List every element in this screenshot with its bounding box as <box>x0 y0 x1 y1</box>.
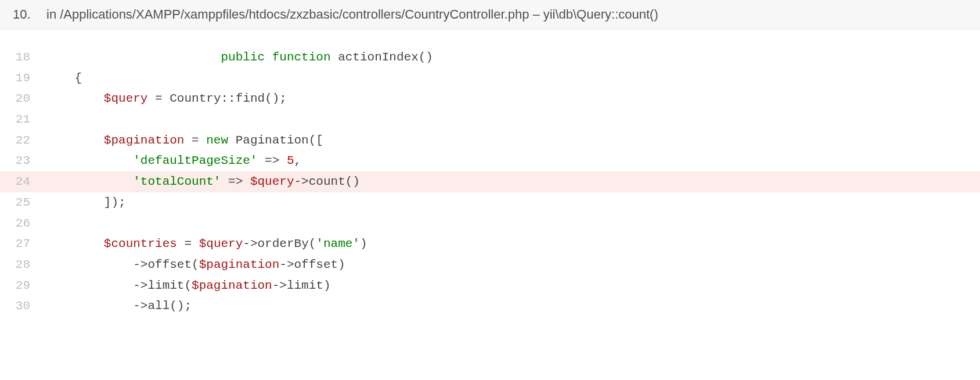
code-line: 26 <box>0 213 980 234</box>
frame-number: 10. <box>12 7 46 22</box>
code-source: $pagination = new Pagination([ <box>45 130 980 151</box>
code-source: ->all(); <box>45 296 980 317</box>
code-line: 24 'totalCount' => $query->count() <box>0 171 980 192</box>
line-number: 25 <box>0 192 45 213</box>
line-number: 30 <box>0 296 45 317</box>
code-line: 18 public function actionIndex() <box>0 47 980 68</box>
code-source: $countries = $query->orderBy('name') <box>45 234 980 254</box>
line-number: 19 <box>0 68 45 89</box>
code-line: 21 <box>0 109 980 130</box>
code-line: 30 ->all(); <box>0 296 980 317</box>
code-source: public function actionIndex() <box>45 47 980 68</box>
code-line: 29 ->limit($pagination->limit) <box>0 275 980 296</box>
code-source: ->limit($pagination->limit) <box>45 275 980 296</box>
line-number: 20 <box>0 88 45 109</box>
line-number: 22 <box>0 130 45 151</box>
code-block: 18 public function actionIndex()19 {20 $… <box>0 30 980 334</box>
line-number: 24 <box>0 171 45 192</box>
line-number: 26 <box>0 213 45 234</box>
line-number: 23 <box>0 150 45 171</box>
frame-filepath: /Applications/XAMPP/xamppfiles/htdocs/zx… <box>60 7 529 22</box>
code-line: 28 ->offset($pagination->offset) <box>0 254 980 275</box>
line-number: 21 <box>0 109 45 130</box>
code-source: $query = Country::find(); <box>45 88 980 109</box>
code-source: 'totalCount' => $query->count() <box>45 171 980 192</box>
code-source <box>45 213 980 234</box>
frame-method: yii\db\Query::count() <box>543 7 658 22</box>
code-source: 'defaultPageSize' => 5, <box>45 150 980 171</box>
code-line: 25 ]); <box>0 192 980 213</box>
code-source <box>45 109 980 130</box>
line-number: 18 <box>0 47 45 68</box>
code-line: 20 $query = Country::find(); <box>0 88 980 109</box>
frame-prefix: in <box>46 7 56 22</box>
line-number: 28 <box>0 254 45 275</box>
code-line: 27 $countries = $query->orderBy('name') <box>0 234 980 254</box>
code-source: ]); <box>45 192 980 213</box>
line-number: 27 <box>0 234 45 254</box>
stack-frame-header[interactable]: 10. in /Applications/XAMPP/xamppfiles/ht… <box>0 0 980 30</box>
code-source: { <box>45 68 980 89</box>
line-number: 29 <box>0 275 45 296</box>
code-line: 23 'defaultPageSize' => 5, <box>0 150 980 171</box>
code-line: 19 { <box>0 68 980 89</box>
code-source: ->offset($pagination->offset) <box>45 254 980 275</box>
code-line: 22 $pagination = new Pagination([ <box>0 130 980 151</box>
frame-separator: – <box>532 7 539 22</box>
